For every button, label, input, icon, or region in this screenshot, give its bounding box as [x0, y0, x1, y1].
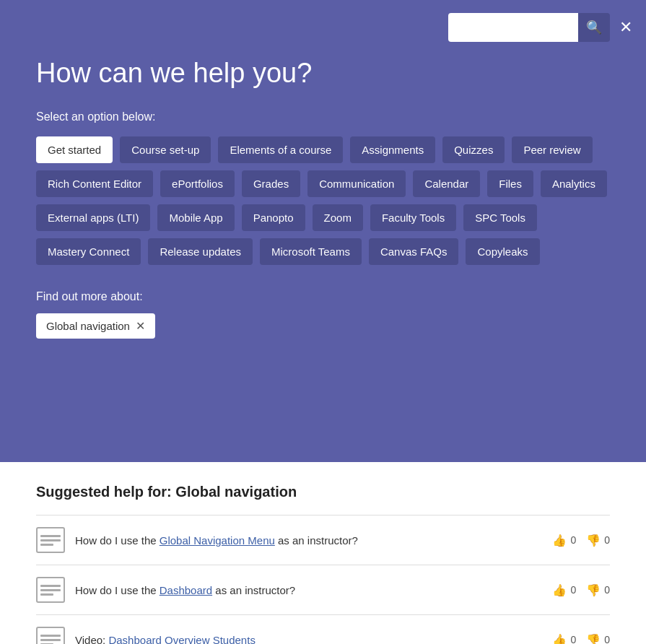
tag-assignments[interactable]: Assignments	[350, 136, 435, 163]
thumbs-up-button[interactable]: 👍	[552, 534, 567, 547]
thumbs-down-button[interactable]: 👎	[586, 534, 601, 547]
thumbs-up-count: 0	[570, 534, 576, 546]
help-item: How do I use the Dashboard as an instruc…	[36, 565, 610, 615]
help-list: How do I use the Global Navigation Menu …	[36, 515, 610, 644]
tag-rich-content-editor[interactable]: Rich Content Editor	[36, 170, 153, 197]
search-icon: 🔍	[586, 19, 602, 35]
tag-calendar[interactable]: Calendar	[413, 170, 480, 197]
tag-external-apps[interactable]: External apps (LTI)	[36, 204, 150, 231]
tag-mastery-connect[interactable]: Mastery Connect	[36, 238, 141, 265]
thumbs-up-button[interactable]: 👍	[552, 583, 567, 597]
search-bar: 🔍	[448, 13, 610, 42]
help-item-text: Video: Dashboard Overview Students	[75, 634, 542, 645]
thumbs-down-group: 👎0	[586, 633, 610, 645]
tag-release-updates[interactable]: Release updates	[148, 238, 253, 265]
help-item-icon	[36, 577, 65, 603]
tag-analytics[interactable]: Analytics	[541, 170, 607, 197]
thumbs-up-group: 👍0	[552, 633, 576, 645]
thumbs-down-count: 0	[604, 584, 610, 596]
thumbs-down-group: 👎0	[586, 583, 610, 597]
tags-area: Get startedCourse set-upElements of a co…	[36, 136, 610, 265]
thumbs-down-button[interactable]: 👎	[586, 583, 601, 597]
tag-canvas-faqs[interactable]: Canvas FAQs	[369, 238, 459, 265]
close-icon: ✕	[619, 18, 632, 37]
search-input[interactable]	[448, 13, 578, 42]
search-button[interactable]: 🔍	[578, 13, 610, 42]
thumbs-down-count: 0	[604, 634, 610, 644]
tag-peer-review[interactable]: Peer review	[512, 136, 592, 163]
tag-copyleaks[interactable]: Copyleaks	[466, 238, 539, 265]
tag-get-started[interactable]: Get started	[36, 136, 113, 163]
votes-area: 👍0👎0	[552, 534, 610, 547]
help-item-text: How do I use the Dashboard as an instruc…	[75, 584, 542, 596]
thumbs-up-group: 👍0	[552, 534, 576, 547]
help-item-text: How do I use the Global Navigation Menu …	[75, 534, 542, 547]
select-label: Select an option below:	[36, 110, 610, 123]
help-item: How do I use the Global Navigation Menu …	[36, 515, 610, 565]
help-item: Video: Dashboard Overview Students👍0👎0	[36, 615, 610, 644]
thumbs-down-button[interactable]: 👎	[586, 633, 601, 645]
active-filter-button[interactable]: Global navigation ✕	[36, 313, 155, 339]
close-button[interactable]: ✕	[613, 13, 639, 42]
tag-panopto[interactable]: Panopto	[242, 204, 305, 231]
tag-microsoft-teams[interactable]: Microsoft Teams	[260, 238, 362, 265]
tag-files[interactable]: Files	[487, 170, 533, 197]
help-item-link[interactable]: Global Navigation Menu	[160, 534, 275, 547]
tag-course-set-up[interactable]: Course set-up	[120, 136, 211, 163]
tag-spc-tools[interactable]: SPC Tools	[463, 204, 537, 231]
help-item-link[interactable]: Dashboard	[160, 584, 212, 596]
tag-elements-of-a-course[interactable]: Elements of a course	[218, 136, 343, 163]
help-item-icon	[36, 527, 65, 553]
thumbs-up-group: 👍0	[552, 583, 576, 597]
thumbs-up-button[interactable]: 👍	[552, 633, 567, 645]
thumbs-up-count: 0	[570, 584, 576, 596]
votes-area: 👍0👎0	[552, 583, 610, 597]
tag-quizzes[interactable]: Quizzes	[442, 136, 505, 163]
tag-communication[interactable]: Communication	[307, 170, 406, 197]
tag-grades[interactable]: Grades	[242, 170, 300, 197]
find-more-label: Find out more about:	[36, 290, 610, 303]
votes-area: 👍0👎0	[552, 633, 610, 645]
page-title: How can we help you?	[36, 58, 610, 89]
tag-eportfolios[interactable]: ePortfolios	[160, 170, 235, 197]
bottom-section: Suggested help for: Global navigation Ho…	[0, 462, 646, 644]
tag-faculty-tools[interactable]: Faculty Tools	[370, 204, 456, 231]
thumbs-down-group: 👎0	[586, 534, 610, 547]
help-item-link[interactable]: Dashboard Overview Students	[108, 634, 255, 645]
tag-mobile-app[interactable]: Mobile App	[157, 204, 234, 231]
thumbs-up-count: 0	[570, 634, 576, 644]
suggested-title: Suggested help for: Global navigation	[36, 484, 610, 500]
thumbs-down-count: 0	[604, 534, 610, 546]
remove-filter-icon: ✕	[136, 319, 145, 333]
active-filter-label: Global navigation	[46, 320, 130, 332]
tag-zoom[interactable]: Zoom	[313, 204, 363, 231]
top-section: 🔍 ✕ How can we help you? Select an optio…	[0, 0, 646, 462]
help-item-icon	[36, 627, 65, 644]
